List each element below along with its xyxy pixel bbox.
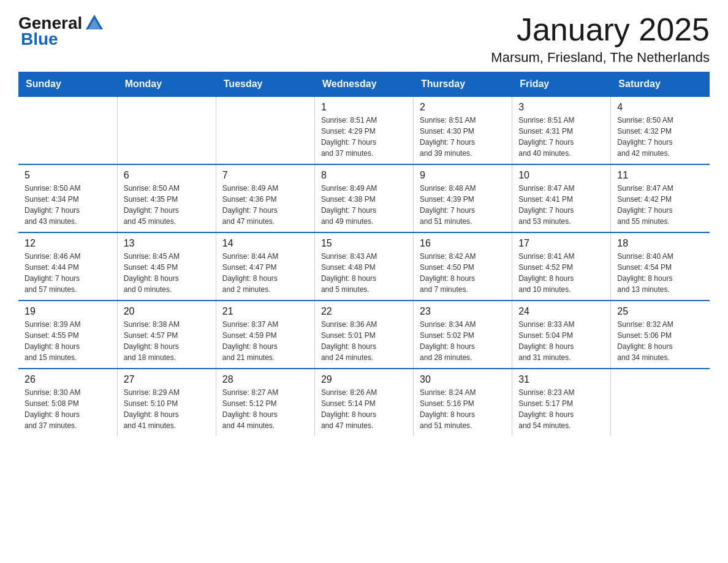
day-number: 27 xyxy=(124,374,210,385)
day-number: 4 xyxy=(617,102,703,113)
calendar-table: SundayMondayTuesdayWednesdayThursdayFrid… xyxy=(18,72,710,436)
day-info: Sunrise: 8:46 AM Sunset: 4:44 PM Dayligh… xyxy=(25,251,111,295)
day-info: Sunrise: 8:40 AM Sunset: 4:54 PM Dayligh… xyxy=(617,251,703,295)
calendar-cell: 24Sunrise: 8:33 AM Sunset: 5:04 PM Dayli… xyxy=(512,301,611,369)
calendar-cell xyxy=(117,96,216,164)
day-number: 11 xyxy=(617,170,703,181)
day-number: 21 xyxy=(222,306,308,317)
calendar-cell: 23Sunrise: 8:34 AM Sunset: 5:02 PM Dayli… xyxy=(414,301,512,369)
day-number: 2 xyxy=(420,102,506,113)
calendar-week-row: 19Sunrise: 8:39 AM Sunset: 4:55 PM Dayli… xyxy=(18,301,710,369)
calendar-cell: 10Sunrise: 8:47 AM Sunset: 4:41 PM Dayli… xyxy=(512,164,611,232)
day-info: Sunrise: 8:26 AM Sunset: 5:14 PM Dayligh… xyxy=(321,387,407,431)
day-of-week-header: Sunday xyxy=(18,72,117,97)
calendar-cell: 29Sunrise: 8:26 AM Sunset: 5:14 PM Dayli… xyxy=(314,369,413,436)
day-number: 20 xyxy=(124,306,210,317)
calendar-cell: 28Sunrise: 8:27 AM Sunset: 5:12 PM Dayli… xyxy=(216,369,314,436)
day-number: 18 xyxy=(617,238,703,249)
day-number: 13 xyxy=(124,238,210,249)
day-of-week-header: Monday xyxy=(117,72,216,97)
calendar-cell: 6Sunrise: 8:50 AM Sunset: 4:35 PM Daylig… xyxy=(117,164,216,232)
day-of-week-header: Thursday xyxy=(414,72,512,97)
logo: General Blue xyxy=(18,12,107,49)
day-info: Sunrise: 8:48 AM Sunset: 4:39 PM Dayligh… xyxy=(420,183,506,227)
day-number: 22 xyxy=(321,306,407,317)
calendar-cell: 9Sunrise: 8:48 AM Sunset: 4:39 PM Daylig… xyxy=(414,164,512,232)
day-number: 5 xyxy=(25,170,111,181)
calendar-cell: 25Sunrise: 8:32 AM Sunset: 5:06 PM Dayli… xyxy=(611,301,710,369)
calendar-cell: 15Sunrise: 8:43 AM Sunset: 4:48 PM Dayli… xyxy=(314,232,413,301)
day-info: Sunrise: 8:42 AM Sunset: 4:50 PM Dayligh… xyxy=(420,251,506,295)
day-number: 30 xyxy=(420,374,506,385)
calendar-cell: 14Sunrise: 8:44 AM Sunset: 4:47 PM Dayli… xyxy=(216,232,314,301)
day-number: 7 xyxy=(222,170,308,181)
day-number: 1 xyxy=(321,102,407,113)
calendar-cell: 7Sunrise: 8:49 AM Sunset: 4:36 PM Daylig… xyxy=(216,164,314,232)
day-info: Sunrise: 8:37 AM Sunset: 4:59 PM Dayligh… xyxy=(222,319,308,363)
day-info: Sunrise: 8:51 AM Sunset: 4:29 PM Dayligh… xyxy=(321,115,407,159)
day-of-week-header: Wednesday xyxy=(314,72,413,97)
calendar-cell xyxy=(611,369,710,436)
calendar-subtitle: Marsum, Friesland, The Netherlands xyxy=(491,50,710,66)
day-of-week-header: Saturday xyxy=(611,72,710,97)
calendar-week-row: 26Sunrise: 8:30 AM Sunset: 5:08 PM Dayli… xyxy=(18,369,710,436)
day-info: Sunrise: 8:43 AM Sunset: 4:48 PM Dayligh… xyxy=(321,251,407,295)
day-of-week-header: Friday xyxy=(512,72,611,97)
logo-text-blue: Blue xyxy=(21,29,58,49)
day-info: Sunrise: 8:44 AM Sunset: 4:47 PM Dayligh… xyxy=(222,251,308,295)
calendar-cell: 2Sunrise: 8:51 AM Sunset: 4:30 PM Daylig… xyxy=(414,96,512,164)
calendar-cell: 18Sunrise: 8:40 AM Sunset: 4:54 PM Dayli… xyxy=(611,232,710,301)
day-number: 23 xyxy=(420,306,506,317)
day-info: Sunrise: 8:47 AM Sunset: 4:41 PM Dayligh… xyxy=(518,183,604,227)
day-info: Sunrise: 8:39 AM Sunset: 4:55 PM Dayligh… xyxy=(25,319,111,363)
day-info: Sunrise: 8:33 AM Sunset: 5:04 PM Dayligh… xyxy=(518,319,604,363)
calendar-cell: 11Sunrise: 8:47 AM Sunset: 4:42 PM Dayli… xyxy=(611,164,710,232)
day-info: Sunrise: 8:24 AM Sunset: 5:16 PM Dayligh… xyxy=(420,387,506,431)
day-number: 10 xyxy=(518,170,604,181)
day-number: 3 xyxy=(518,102,604,113)
calendar-title: January 2025 xyxy=(491,12,710,47)
calendar-cell xyxy=(216,96,314,164)
day-info: Sunrise: 8:50 AM Sunset: 4:32 PM Dayligh… xyxy=(617,115,703,159)
day-info: Sunrise: 8:27 AM Sunset: 5:12 PM Dayligh… xyxy=(222,387,308,431)
day-info: Sunrise: 8:36 AM Sunset: 5:01 PM Dayligh… xyxy=(321,319,407,363)
calendar-cell xyxy=(18,96,117,164)
calendar-cell: 27Sunrise: 8:29 AM Sunset: 5:10 PM Dayli… xyxy=(117,369,216,436)
day-number: 24 xyxy=(518,306,604,317)
calendar-header-row: SundayMondayTuesdayWednesdayThursdayFrid… xyxy=(18,72,710,97)
day-info: Sunrise: 8:45 AM Sunset: 4:45 PM Dayligh… xyxy=(124,251,210,295)
calendar-cell: 20Sunrise: 8:38 AM Sunset: 4:57 PM Dayli… xyxy=(117,301,216,369)
day-number: 8 xyxy=(321,170,407,181)
calendar-cell: 21Sunrise: 8:37 AM Sunset: 4:59 PM Dayli… xyxy=(216,301,314,369)
day-number: 9 xyxy=(420,170,506,181)
day-info: Sunrise: 8:34 AM Sunset: 5:02 PM Dayligh… xyxy=(420,319,506,363)
calendar-week-row: 5Sunrise: 8:50 AM Sunset: 4:34 PM Daylig… xyxy=(18,164,710,232)
day-number: 6 xyxy=(124,170,210,181)
day-info: Sunrise: 8:51 AM Sunset: 4:31 PM Dayligh… xyxy=(518,115,604,159)
title-container: January 2025 Marsum, Friesland, The Neth… xyxy=(491,12,710,66)
day-number: 14 xyxy=(222,238,308,249)
page-header: General Blue January 2025 Marsum, Friesl… xyxy=(18,12,710,66)
calendar-cell: 26Sunrise: 8:30 AM Sunset: 5:08 PM Dayli… xyxy=(18,369,117,436)
calendar-cell: 4Sunrise: 8:50 AM Sunset: 4:32 PM Daylig… xyxy=(611,96,710,164)
calendar-cell: 8Sunrise: 8:49 AM Sunset: 4:38 PM Daylig… xyxy=(314,164,413,232)
day-number: 17 xyxy=(518,238,604,249)
day-info: Sunrise: 8:41 AM Sunset: 4:52 PM Dayligh… xyxy=(518,251,604,295)
calendar-cell: 1Sunrise: 8:51 AM Sunset: 4:29 PM Daylig… xyxy=(314,96,413,164)
day-number: 12 xyxy=(25,238,111,249)
calendar-cell: 22Sunrise: 8:36 AM Sunset: 5:01 PM Dayli… xyxy=(314,301,413,369)
day-info: Sunrise: 8:50 AM Sunset: 4:35 PM Dayligh… xyxy=(124,183,210,227)
calendar-cell: 12Sunrise: 8:46 AM Sunset: 4:44 PM Dayli… xyxy=(18,232,117,301)
calendar-cell: 30Sunrise: 8:24 AM Sunset: 5:16 PM Dayli… xyxy=(414,369,512,436)
day-info: Sunrise: 8:49 AM Sunset: 4:36 PM Dayligh… xyxy=(222,183,308,227)
day-number: 28 xyxy=(222,374,308,385)
calendar-cell: 19Sunrise: 8:39 AM Sunset: 4:55 PM Dayli… xyxy=(18,301,117,369)
logo-icon xyxy=(83,12,105,34)
day-number: 19 xyxy=(25,306,111,317)
calendar-cell: 17Sunrise: 8:41 AM Sunset: 4:52 PM Dayli… xyxy=(512,232,611,301)
calendar-cell: 31Sunrise: 8:23 AM Sunset: 5:17 PM Dayli… xyxy=(512,369,611,436)
calendar-week-row: 1Sunrise: 8:51 AM Sunset: 4:29 PM Daylig… xyxy=(18,96,710,164)
calendar-cell: 3Sunrise: 8:51 AM Sunset: 4:31 PM Daylig… xyxy=(512,96,611,164)
calendar-cell: 16Sunrise: 8:42 AM Sunset: 4:50 PM Dayli… xyxy=(414,232,512,301)
day-of-week-header: Tuesday xyxy=(216,72,314,97)
